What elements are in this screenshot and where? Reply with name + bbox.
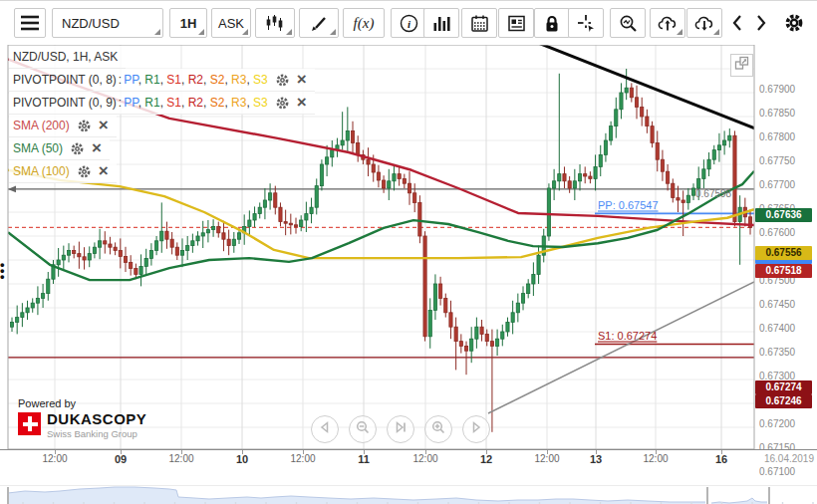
candle <box>62 255 65 260</box>
detach-chart-button[interactable] <box>730 54 753 77</box>
skip-end-icon <box>393 419 408 439</box>
candle <box>170 239 173 247</box>
pivot-level-label: S2 <box>210 96 225 110</box>
candle <box>584 174 587 176</box>
expand-icon <box>733 55 750 76</box>
pivot-level-label: R2 <box>188 96 203 110</box>
price-tick-label: 0.67700 <box>759 179 815 191</box>
panel-resize-handle[interactable]: ••• <box>0 262 6 282</box>
candle <box>697 178 700 188</box>
chart-overview-scrollbar[interactable] <box>0 485 817 504</box>
candle <box>604 140 607 154</box>
crosshair-button[interactable] <box>568 8 604 38</box>
candle <box>211 226 214 229</box>
time-tick-label: 13 <box>590 453 602 465</box>
chart-type-button[interactable] <box>255 8 295 38</box>
price-side-selector[interactable]: ASK <box>211 8 251 38</box>
time-tick-label: 12:00 <box>168 453 193 464</box>
jump-to-latest-button[interactable] <box>387 415 414 443</box>
calendar-icon <box>470 14 489 33</box>
toolbar: NZD/USD 1H ASK f(x) i <box>0 1 817 45</box>
indicator-name: SMA (200) <box>13 119 70 132</box>
news-icon <box>507 14 526 33</box>
candle <box>733 135 736 221</box>
candle <box>104 241 107 244</box>
indicator-settings-gear-icon[interactable] <box>275 73 290 88</box>
save-to-cloud-button[interactable] <box>650 8 685 38</box>
menu-button[interactable] <box>14 8 46 38</box>
price-tick-label: 0.67750 <box>759 155 815 167</box>
candle <box>93 247 96 253</box>
candle <box>36 298 39 303</box>
settings-button[interactable] <box>779 8 809 38</box>
indicator-close-icon[interactable]: × <box>297 96 307 110</box>
indicator-settings-gear-icon[interactable] <box>77 119 92 133</box>
pivot-level-label: PP <box>124 96 137 110</box>
zoom-in-nav-button[interactable] <box>424 415 452 443</box>
candle <box>459 342 462 347</box>
volume-chart-button[interactable] <box>423 8 459 38</box>
timeframe-selector[interactable]: 1H <box>169 8 207 38</box>
candle <box>511 313 514 323</box>
calendar-button[interactable] <box>461 8 497 38</box>
indicator-name: PIVOTPOINT (0, 9) <box>13 96 117 110</box>
indicators-button[interactable]: f(x) <box>343 8 385 38</box>
dropdown-corner-icon <box>154 29 160 35</box>
candle <box>154 241 157 251</box>
crosshair-icon <box>577 14 596 33</box>
indicator-row-pivot-9: PIVOTPOINT (0, 9) : PP, R1, S1, R2, S2, … <box>9 92 315 115</box>
candle <box>707 159 710 169</box>
news-button[interactable] <box>498 8 534 38</box>
price-badge: 0.67636 <box>755 208 812 222</box>
load-from-cloud-button[interactable] <box>686 8 722 38</box>
forward-button[interactable] <box>749 8 773 38</box>
lock-icon <box>543 14 561 33</box>
indicator-close-icon[interactable]: × <box>92 141 102 155</box>
candle <box>702 169 705 179</box>
candle <box>217 226 220 232</box>
pan-left-button[interactable] <box>311 415 339 443</box>
fx-icon: f(x) <box>354 15 375 32</box>
candle <box>527 284 530 294</box>
trading-platform-window: NZD/USD 1H ASK f(x) i <box>0 0 817 504</box>
pivot-level-label: S2 <box>210 73 225 87</box>
draw-tools-button[interactable] <box>299 8 339 38</box>
candle <box>201 233 204 236</box>
candle <box>165 231 168 239</box>
lock-button[interactable] <box>534 8 570 38</box>
indicator-settings-gear-icon[interactable] <box>275 96 290 111</box>
zoom-out-button[interactable] <box>610 8 646 38</box>
indicator-settings-gear-icon[interactable] <box>70 141 85 156</box>
candle <box>346 130 349 140</box>
candle <box>341 140 344 145</box>
candle <box>672 183 675 197</box>
instrument-selector[interactable]: NZD/USD <box>52 8 163 38</box>
candle <box>408 183 410 193</box>
pivot-level-label: S1 <box>166 73 181 87</box>
candle <box>26 308 29 313</box>
timeframe-label: 1H <box>180 16 197 31</box>
indicator-close-icon[interactable]: × <box>99 119 109 132</box>
candle <box>149 250 152 258</box>
candle <box>681 200 684 202</box>
candle <box>573 181 576 188</box>
price-tick-label: 0.67200 <box>759 418 815 430</box>
candle <box>88 254 91 260</box>
info-button[interactable]: i <box>391 8 426 38</box>
candle <box>294 225 297 227</box>
candle <box>686 195 689 202</box>
back-button[interactable] <box>725 8 749 38</box>
zoom-out-nav-button[interactable] <box>349 415 377 443</box>
time-axis[interactable]: 16.04.2019 12:000912:001012:001112:00121… <box>0 449 817 466</box>
time-tick-label: 12:00 <box>42 453 67 464</box>
pivot-level-label: R1 <box>144 96 159 110</box>
pan-right-button[interactable] <box>462 415 490 443</box>
candle <box>377 172 380 180</box>
time-tick-label: 09 <box>115 453 127 465</box>
indicator-close-icon[interactable]: × <box>297 73 307 87</box>
candle <box>635 98 638 108</box>
candle <box>237 233 240 239</box>
indicator-close-icon[interactable]: × <box>99 164 109 178</box>
candle <box>496 339 499 346</box>
indicator-settings-gear-icon[interactable] <box>77 164 92 179</box>
